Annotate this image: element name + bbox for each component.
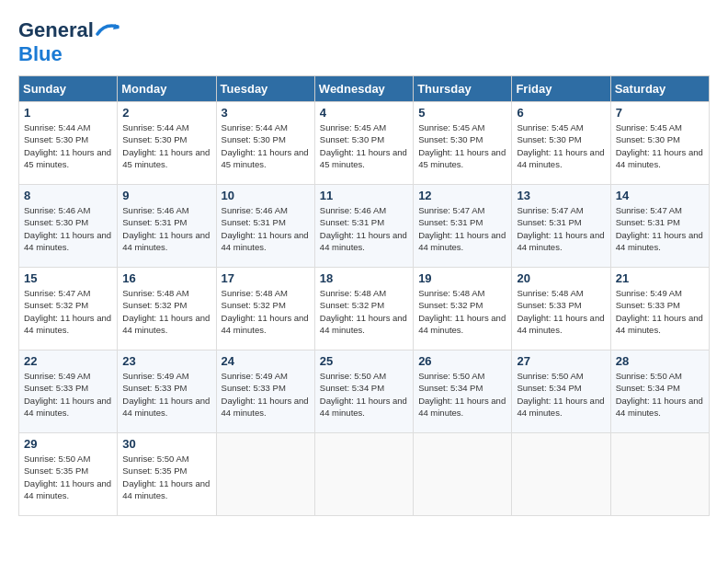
calendar-day-cell: 3 Sunrise: 5:44 AM Sunset: 5:30 PM Dayli… <box>216 102 314 185</box>
day-number: 18 <box>320 271 408 285</box>
day-number: 29 <box>24 437 112 451</box>
calendar-day-header: Sunday <box>19 76 118 102</box>
calendar-day-header: Saturday <box>610 76 709 102</box>
day-info: Sunrise: 5:50 AM Sunset: 5:34 PM Dayligh… <box>418 370 506 419</box>
calendar-week-row: 15 Sunrise: 5:47 AM Sunset: 5:32 PM Dayl… <box>19 268 710 350</box>
day-number: 12 <box>418 189 506 202</box>
calendar-table: SundayMondayTuesdayWednesdayThursdayFrid… <box>18 75 710 516</box>
day-info: Sunrise: 5:49 AM Sunset: 5:33 PM Dayligh… <box>616 287 704 336</box>
day-info: Sunrise: 5:49 AM Sunset: 5:33 PM Dayligh… <box>222 370 310 419</box>
calendar-day-cell <box>314 433 413 516</box>
day-info: Sunrise: 5:48 AM Sunset: 5:32 PM Dayligh… <box>418 287 506 336</box>
day-number: 1 <box>24 106 112 120</box>
calendar-week-row: 1 Sunrise: 5:44 AM Sunset: 5:30 PM Dayli… <box>19 102 710 185</box>
day-number: 5 <box>418 106 506 120</box>
calendar-day-cell: 22 Sunrise: 5:49 AM Sunset: 5:33 PM Dayl… <box>19 350 118 433</box>
calendar-day-cell: 30 Sunrise: 5:50 AM Sunset: 5:35 PM Dayl… <box>118 433 216 516</box>
calendar-day-cell: 20 Sunrise: 5:48 AM Sunset: 5:33 PM Dayl… <box>512 268 610 350</box>
day-info: Sunrise: 5:50 AM Sunset: 5:35 PM Dayligh… <box>24 453 112 501</box>
day-number: 3 <box>222 106 310 120</box>
calendar-week-row: 29 Sunrise: 5:50 AM Sunset: 5:35 PM Dayl… <box>19 433 710 516</box>
calendar-day-cell: 16 Sunrise: 5:48 AM Sunset: 5:32 PM Dayl… <box>118 268 216 350</box>
day-number: 16 <box>122 271 210 285</box>
calendar-day-cell: 12 Sunrise: 5:47 AM Sunset: 5:31 PM Dayl… <box>414 185 512 268</box>
day-number: 25 <box>320 354 408 368</box>
day-number: 30 <box>122 437 210 451</box>
logo-container: General Blue <box>18 18 119 66</box>
calendar-day-cell: 11 Sunrise: 5:46 AM Sunset: 5:31 PM Dayl… <box>314 185 413 268</box>
calendar-day-cell: 24 Sunrise: 5:49 AM Sunset: 5:33 PM Dayl… <box>216 350 314 433</box>
calendar-week-row: 22 Sunrise: 5:49 AM Sunset: 5:33 PM Dayl… <box>19 350 710 433</box>
day-number: 6 <box>517 106 605 120</box>
day-info: Sunrise: 5:47 AM Sunset: 5:31 PM Dayligh… <box>616 204 704 253</box>
calendar-day-cell: 17 Sunrise: 5:48 AM Sunset: 5:32 PM Dayl… <box>216 268 314 350</box>
logo-blue: Blue <box>18 42 63 65</box>
calendar-day-cell: 23 Sunrise: 5:49 AM Sunset: 5:33 PM Dayl… <box>118 350 216 433</box>
day-info: Sunrise: 5:47 AM Sunset: 5:31 PM Dayligh… <box>517 204 605 253</box>
day-number: 13 <box>517 189 605 202</box>
logo-swoosh-icon <box>96 19 119 38</box>
calendar-day-cell: 26 Sunrise: 5:50 AM Sunset: 5:34 PM Dayl… <box>414 350 512 433</box>
day-info: Sunrise: 5:49 AM Sunset: 5:33 PM Dayligh… <box>122 370 210 419</box>
day-info: Sunrise: 5:47 AM Sunset: 5:32 PM Dayligh… <box>24 287 112 336</box>
calendar-day-header: Friday <box>512 76 610 102</box>
day-info: Sunrise: 5:44 AM Sunset: 5:30 PM Dayligh… <box>122 121 210 170</box>
calendar-day-cell: 28 Sunrise: 5:50 AM Sunset: 5:34 PM Dayl… <box>610 350 709 433</box>
day-number: 17 <box>222 271 310 285</box>
day-info: Sunrise: 5:44 AM Sunset: 5:30 PM Dayligh… <box>24 121 112 170</box>
day-number: 11 <box>320 189 408 202</box>
day-number: 26 <box>418 354 506 368</box>
day-info: Sunrise: 5:48 AM Sunset: 5:32 PM Dayligh… <box>222 287 310 336</box>
day-info: Sunrise: 5:44 AM Sunset: 5:30 PM Dayligh… <box>222 121 310 170</box>
day-number: 8 <box>24 189 112 202</box>
calendar-day-cell: 15 Sunrise: 5:47 AM Sunset: 5:32 PM Dayl… <box>19 268 118 350</box>
calendar-day-cell: 13 Sunrise: 5:47 AM Sunset: 5:31 PM Dayl… <box>512 185 610 268</box>
calendar-day-cell: 10 Sunrise: 5:46 AM Sunset: 5:31 PM Dayl… <box>216 185 314 268</box>
calendar-day-cell: 21 Sunrise: 5:49 AM Sunset: 5:33 PM Dayl… <box>610 268 709 350</box>
day-info: Sunrise: 5:45 AM Sunset: 5:30 PM Dayligh… <box>320 121 408 170</box>
calendar-day-cell: 18 Sunrise: 5:48 AM Sunset: 5:32 PM Dayl… <box>314 268 413 350</box>
calendar-header-row: SundayMondayTuesdayWednesdayThursdayFrid… <box>19 76 710 102</box>
day-info: Sunrise: 5:50 AM Sunset: 5:34 PM Dayligh… <box>320 370 408 419</box>
calendar-day-cell: 4 Sunrise: 5:45 AM Sunset: 5:30 PM Dayli… <box>314 102 413 185</box>
day-info: Sunrise: 5:46 AM Sunset: 5:31 PM Dayligh… <box>122 204 210 253</box>
calendar-day-cell <box>414 433 512 516</box>
day-info: Sunrise: 5:46 AM Sunset: 5:31 PM Dayligh… <box>320 204 408 253</box>
day-info: Sunrise: 5:46 AM Sunset: 5:31 PM Dayligh… <box>222 204 310 253</box>
calendar-day-cell: 2 Sunrise: 5:44 AM Sunset: 5:30 PM Dayli… <box>118 102 216 185</box>
day-number: 7 <box>616 106 704 120</box>
day-number: 22 <box>24 354 112 368</box>
logo-general: General <box>18 18 94 42</box>
day-info: Sunrise: 5:46 AM Sunset: 5:30 PM Dayligh… <box>24 204 112 253</box>
calendar-day-cell: 6 Sunrise: 5:45 AM Sunset: 5:30 PM Dayli… <box>512 102 610 185</box>
day-info: Sunrise: 5:48 AM Sunset: 5:33 PM Dayligh… <box>517 287 605 336</box>
calendar-week-row: 8 Sunrise: 5:46 AM Sunset: 5:30 PM Dayli… <box>19 185 710 268</box>
calendar-day-cell: 9 Sunrise: 5:46 AM Sunset: 5:31 PM Dayli… <box>118 185 216 268</box>
day-number: 2 <box>122 106 210 120</box>
day-number: 21 <box>616 271 704 285</box>
day-number: 9 <box>122 189 210 202</box>
day-info: Sunrise: 5:47 AM Sunset: 5:31 PM Dayligh… <box>418 204 506 253</box>
day-info: Sunrise: 5:48 AM Sunset: 5:32 PM Dayligh… <box>122 287 210 336</box>
day-number: 14 <box>616 189 704 202</box>
day-number: 23 <box>122 354 210 368</box>
day-number: 27 <box>517 354 605 368</box>
calendar-day-cell: 29 Sunrise: 5:50 AM Sunset: 5:35 PM Dayl… <box>19 433 118 516</box>
calendar-day-cell <box>216 433 314 516</box>
page-header: General Blue <box>18 18 710 66</box>
calendar-day-cell: 5 Sunrise: 5:45 AM Sunset: 5:30 PM Dayli… <box>414 102 512 185</box>
calendar-day-cell: 19 Sunrise: 5:48 AM Sunset: 5:32 PM Dayl… <box>414 268 512 350</box>
day-info: Sunrise: 5:50 AM Sunset: 5:35 PM Dayligh… <box>122 453 210 501</box>
day-number: 19 <box>418 271 506 285</box>
day-info: Sunrise: 5:45 AM Sunset: 5:30 PM Dayligh… <box>418 121 506 170</box>
calendar-day-cell: 25 Sunrise: 5:50 AM Sunset: 5:34 PM Dayl… <box>314 350 413 433</box>
day-info: Sunrise: 5:45 AM Sunset: 5:30 PM Dayligh… <box>517 121 605 170</box>
day-number: 28 <box>616 354 704 368</box>
calendar-day-cell: 8 Sunrise: 5:46 AM Sunset: 5:30 PM Dayli… <box>19 185 118 268</box>
day-info: Sunrise: 5:50 AM Sunset: 5:34 PM Dayligh… <box>517 370 605 419</box>
day-info: Sunrise: 5:45 AM Sunset: 5:30 PM Dayligh… <box>616 121 704 170</box>
calendar-day-cell: 14 Sunrise: 5:47 AM Sunset: 5:31 PM Dayl… <box>610 185 709 268</box>
day-info: Sunrise: 5:50 AM Sunset: 5:34 PM Dayligh… <box>616 370 704 419</box>
day-info: Sunrise: 5:49 AM Sunset: 5:33 PM Dayligh… <box>24 370 112 419</box>
logo: General Blue <box>18 18 119 66</box>
